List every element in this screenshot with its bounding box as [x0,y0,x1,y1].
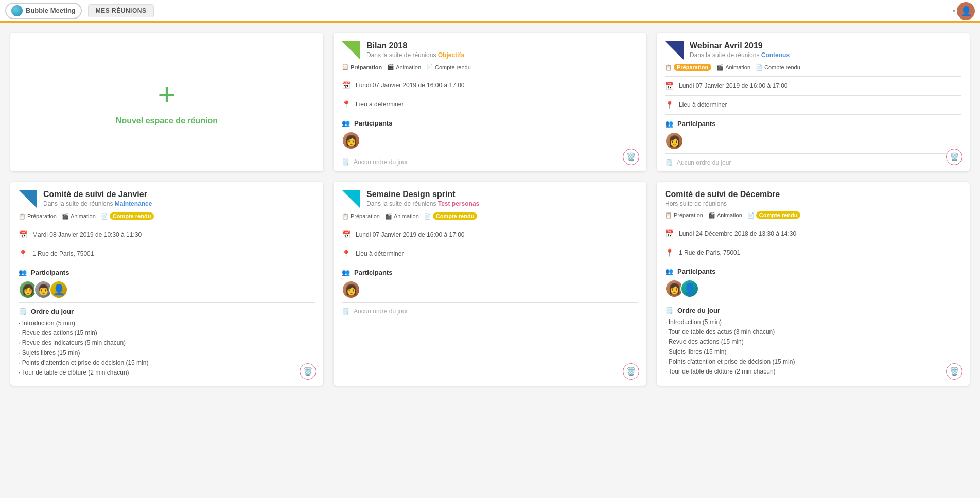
new-meeting-label: Nouvel espace de réunion [116,116,218,126]
tab-prep-label: Préparation [27,213,57,219]
tab-animation[interactable]: 🎬 Animation [708,212,742,219]
agenda-item: · Revue des indicateurs (5 min chacun) [19,338,315,348]
no-agenda-text: Aucun ordre du jour [354,158,408,166]
location-icon: 📍 [19,250,27,258]
date-text: Mardi 08 Janvier 2019 de 10:30 à 11:30 [32,231,142,238]
participants-label: Participants [354,119,392,127]
suite-link[interactable]: Objectifs [438,51,464,59]
anim-icon: 🎬 [387,64,394,70]
date-text: Lundi 07 Janvier 2019 de 16:00 à 17:00 [356,231,465,238]
tab-compte-rendu[interactable]: 📄 Compte rendu [101,212,154,220]
location-text: Lieu à déterminer [356,101,404,108]
card-title: Comité de suivi de Décembre [665,190,780,199]
card-title-block: Comité de suivi de Décembre Hors suite d… [665,190,780,207]
card-date: 📅 Lundi 07 Janvier 2019 de 16:00 à 17:00 [657,77,970,95]
logo-text: Bubble Meeting [26,7,76,14]
tab-anim-label: Animation [394,213,419,219]
cr-icon: 📄 [756,64,763,71]
agenda-section: 🗒️ Ordre du jour · Introduction (5 min) … [657,301,970,385]
card-title-block: Webinar Avril 2019 Dans la suite de réun… [690,41,790,59]
agenda-empty-icon: 🗒️ [342,158,349,166]
tab-anim-label: Animation [725,64,750,70]
card-date: 📅 Lundi 07 Janvier 2019 de 16:00 à 17:00 [334,225,646,244]
calendar-icon: 📅 [665,229,674,238]
avatar-chevron-icon: ▾ [953,8,955,14]
prep-icon: 📋 [19,213,26,220]
card-date: 📅 Mardi 08 Janvier 2019 de 10:30 à 11:30 [10,225,323,244]
participants-row: 👩 [342,131,638,150]
delete-button[interactable]: 🗑️ [946,149,962,165]
participants-row: 👩 👨 👤 [19,280,315,299]
card-location: 📍 1 Rue de Paris, 75001 [657,243,970,262]
card-subtitle: Dans la suite de réunions Test personas [366,200,479,207]
tab-animation[interactable]: 🎬 Animation [385,213,419,220]
delete-button[interactable]: 🗑️ [623,363,639,380]
agenda-item: · Points d'attention et prise de décisio… [19,358,315,368]
new-meeting-card[interactable]: + Nouvel espace de réunion [10,33,323,171]
main-content: + Nouvel espace de réunion Bilan 2018 Da… [0,23,980,396]
card-title: Bilan 2018 [366,41,464,50]
triangle-icon [342,41,360,60]
tab-compte-rendu[interactable]: 📄 Compte rendu [747,211,801,219]
calendar-icon: 📅 [342,81,351,90]
no-agenda-text: Aucun ordre du jour [354,308,408,315]
card-title-block: Bilan 2018 Dans la suite de réunions Obj… [366,41,464,59]
card-tabs: 📋 Préparation 🎬 Animation 📄 Compte rendu [657,64,970,76]
avatar-participant: 👩 [342,131,360,150]
avatar-participant-2: 👤 [680,279,699,298]
tab-animation[interactable]: 🎬 Animation [716,64,750,71]
mes-reunions-button[interactable]: MES RÉUNIONS [88,4,154,17]
card-location: 📍 Lieu à déterminer [657,96,970,114]
tab-preparation[interactable]: 📋 Préparation [342,64,382,70]
avatar-participant: 👩 [342,280,360,299]
agenda-item: · Tour de table de clôture (2 min chacun… [19,368,315,378]
no-agenda: 🗒️ Aucun ordre du jour [334,303,646,320]
avatar[interactable]: 👤 [957,2,975,20]
prep-icon: 📋 [665,64,672,71]
card-webinar2019: Webinar Avril 2019 Dans la suite de réun… [657,33,970,171]
cr-icon: 📄 [424,213,431,220]
location-icon: 📍 [342,100,351,109]
card-location: 📍 1 Rue de Paris, 75001 [10,244,323,263]
agenda-item: · Introduction (5 min) [19,318,315,328]
delete-button[interactable]: 🗑️ [300,363,316,380]
suite-link[interactable]: Contenus [761,51,790,59]
card-subtitle: Dans la suite de réunions Maintenance [43,200,152,207]
anim-icon: 🎬 [62,213,69,220]
participants-section: 👥 Participants 👩 [334,114,646,153]
tab-preparation[interactable]: 📋 Préparation [19,213,57,220]
location-icon: 📍 [665,248,674,257]
tab-preparation[interactable]: 📋 Préparation [342,213,380,220]
card-subtitle: Dans la suite de réunions Contenus [690,51,790,59]
tab-compte-rendu[interactable]: 📄 Compte rendu [424,212,478,220]
card-tabs: 📋 Préparation 🎬 Animation 📄 Compte rendu [10,212,323,225]
card-title: Comité de suivi de Janvier [43,190,152,199]
cr-badge: Compte rendu [110,212,154,220]
delete-button[interactable]: 🗑️ [946,363,962,380]
suite-link[interactable]: Maintenance [115,200,152,207]
participants-row: 👩 👤 [665,279,961,298]
logo[interactable]: Bubble Meeting [5,3,82,19]
triangle-icon [665,41,684,60]
tab-preparation[interactable]: 📋 Préparation [665,212,703,219]
delete-button[interactable]: 🗑️ [623,149,639,165]
card-date: 📅 Lundi 24 Décembre 2018 de 13:30 à 14:3… [657,224,970,243]
agenda-item: · Introduction (5 min) [665,317,961,327]
tab-compte-rendu[interactable]: 📄 Compte rendu [756,64,800,71]
tab-preparation[interactable]: 📋 Préparation [665,64,711,71]
agenda-item: · Revue des actions (15 min) [665,337,961,347]
logo-bubble-icon [11,5,23,16]
location-icon: 📍 [342,250,351,258]
card-location: 📍 Lieu à déterminer [334,244,646,263]
plus-icon: + [157,79,176,110]
card-bilan2018: Bilan 2018 Dans la suite de réunions Obj… [334,33,646,171]
suite-link[interactable]: Test personas [438,200,479,207]
participants-icon: 👥 [342,269,350,276]
tab-prep-label: Préparation [674,212,703,218]
card-header: Semaine Design sprint Dans la suite de r… [334,182,646,212]
agenda-item: · Sujets libres (15 min) [19,348,315,358]
tab-compte-rendu[interactable]: 📄 Compte rendu [426,64,471,70]
card-header: Webinar Avril 2019 Dans la suite de réun… [657,33,970,64]
tab-animation[interactable]: 🎬 Animation [387,64,421,70]
tab-animation[interactable]: 🎬 Animation [62,213,96,220]
